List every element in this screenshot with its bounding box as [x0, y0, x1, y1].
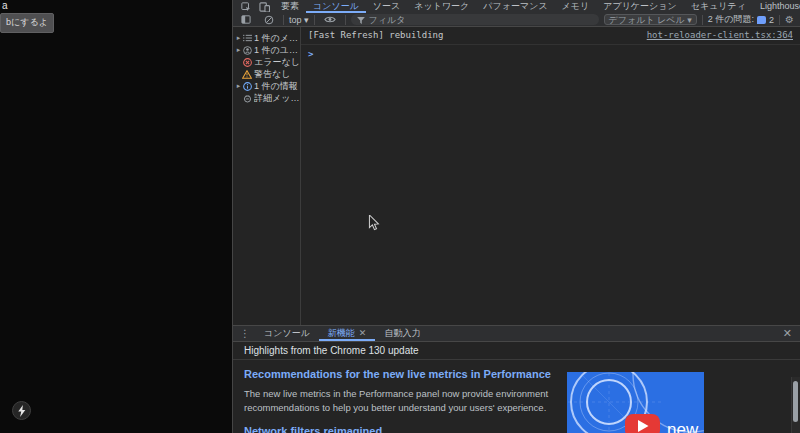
- console-body: ▸ 1 件のメッ… ▸ 1 件のユー… ▸ エラーなし: [233, 27, 800, 325]
- console-sidebar: ▸ 1 件のメッ… ▸ 1 件のユー… ▸ エラーなし: [233, 27, 301, 325]
- close-drawer-icon[interactable]: ✕: [780, 326, 795, 341]
- log-level-selector[interactable]: デフォルト レベル ▾: [604, 14, 697, 25]
- page-text: a: [2, 0, 8, 11]
- whats-new-header: Highlights from the Chrome 130 update: [233, 342, 800, 360]
- drawer-menu-icon[interactable]: ⋮: [235, 326, 255, 341]
- filter-field-wrap: [351, 14, 599, 25]
- sidebar-item-no-errors[interactable]: ▸ エラーなし: [233, 56, 300, 68]
- tab-performance[interactable]: パフォーマンス: [476, 0, 554, 13]
- drawer-tabbar: ⋮ コンソール 新機能 ✕ 自動入力 ✕: [233, 326, 800, 342]
- sidebar-item-no-warnings[interactable]: ▸ 警告なし: [233, 68, 300, 80]
- divider: [314, 15, 315, 25]
- tab-elements[interactable]: 要素: [274, 0, 306, 13]
- devtools-tabbar: 要素 コンソール ソース ネットワーク パフォーマンス メモリ アプリケーション…: [233, 0, 800, 13]
- nextjs-dev-indicator[interactable]: [12, 401, 31, 420]
- context-selector[interactable]: top ▾: [289, 15, 309, 25]
- console-filter-input[interactable]: [351, 14, 599, 25]
- whats-new-body-text: The new live metrics in the Performance …: [244, 387, 566, 416]
- error-icon: [242, 58, 252, 67]
- sidebar-item-verbose[interactable]: ▸ 詳細メッ…: [233, 92, 300, 104]
- console-message-row: [Fast Refresh] rebuilding hot-reloader-c…: [301, 27, 800, 45]
- whats-new-link-performance[interactable]: Recommendations for the new live metrics…: [244, 368, 566, 380]
- device-toolbar-icon[interactable]: [255, 0, 274, 13]
- lightning-bolt-icon: [17, 405, 26, 417]
- promo-caption-text: new: [667, 420, 699, 433]
- divider: [702, 15, 703, 25]
- drawer-tab-whats-new[interactable]: 新機能 ✕: [319, 326, 376, 341]
- console-prompt-row[interactable]: >: [301, 45, 800, 63]
- issues-count: 2: [769, 15, 774, 25]
- page-button[interactable]: bにするよ: [0, 13, 54, 33]
- tab-network[interactable]: ネットワーク: [407, 0, 476, 13]
- sidebar-item-user-messages[interactable]: ▸ 1 件のユー…: [233, 44, 300, 56]
- tab-memory[interactable]: メモリ: [555, 0, 597, 13]
- disclosure-arrow-icon[interactable]: ▸: [235, 44, 242, 56]
- disclosure-arrow-icon[interactable]: ▸: [235, 80, 242, 92]
- console-messages: [Fast Refresh] rebuilding hot-reloader-c…: [301, 27, 800, 325]
- live-expression-eye-icon[interactable]: [320, 15, 340, 24]
- devtools-panel: 要素 コンソール ソース ネットワーク パフォーマンス メモリ アプリケーション…: [232, 0, 800, 433]
- verbose-icon: [242, 94, 252, 103]
- tab-sources[interactable]: ソース: [366, 0, 407, 13]
- promo-video-thumbnail[interactable]: new: [567, 372, 704, 433]
- issues-label: 2 件の問題:: [708, 13, 754, 26]
- console-settings-gear-icon[interactable]: ⚙: [785, 15, 794, 25]
- clear-console-icon[interactable]: [260, 15, 278, 25]
- tab-security[interactable]: セキュリティ: [684, 0, 753, 13]
- drawer-tab-autofill[interactable]: 自動入力: [375, 326, 429, 341]
- whats-new-link-network[interactable]: Network filters reimagined: [244, 425, 566, 433]
- inspect-element-icon[interactable]: [237, 0, 255, 13]
- filter-funnel-icon: [357, 17, 365, 24]
- whats-new-content: Recommendations for the new live metrics…: [233, 360, 800, 433]
- source-link[interactable]: hot-reloader-client.tsx:364: [647, 30, 793, 40]
- drawer-scrollbar-thumb[interactable]: [793, 381, 798, 422]
- list-icon: [242, 34, 252, 42]
- console-toolbar: top ▾ デフォルト レベル ▾ 2 件の問題: 2 ⚙: [233, 13, 800, 27]
- drawer: ⋮ コンソール 新機能 ✕ 自動入力 ✕ Highlights from the…: [233, 325, 800, 433]
- prompt-chevron-icon: >: [308, 49, 313, 59]
- divider: [779, 15, 780, 25]
- close-tab-icon[interactable]: ✕: [359, 326, 367, 341]
- tab-application[interactable]: アプリケーション: [596, 0, 683, 13]
- divider: [283, 15, 284, 25]
- console-message-text: [Fast Refresh] rebuilding: [308, 30, 443, 40]
- drawer-tab-console[interactable]: コンソール: [255, 326, 319, 341]
- youtube-play-icon: [625, 414, 660, 433]
- user-icon: [242, 46, 252, 55]
- tab-console[interactable]: コンソール: [306, 0, 366, 13]
- info-icon: [242, 82, 252, 91]
- divider: [345, 15, 346, 25]
- issues-bubble-icon: [757, 16, 766, 24]
- sidebar-item-info[interactable]: ▸ 1 件の情報: [233, 80, 300, 92]
- sidebar-item-messages[interactable]: ▸ 1 件のメッ…: [233, 32, 300, 44]
- tab-lighthouse[interactable]: Lighthouse: [753, 0, 800, 13]
- console-sidebar-toggle-icon[interactable]: [237, 15, 255, 24]
- disclosure-arrow-icon[interactable]: ▸: [235, 32, 242, 44]
- issues-summary[interactable]: 2 件の問題: 2: [708, 13, 774, 26]
- warning-icon: [242, 70, 252, 79]
